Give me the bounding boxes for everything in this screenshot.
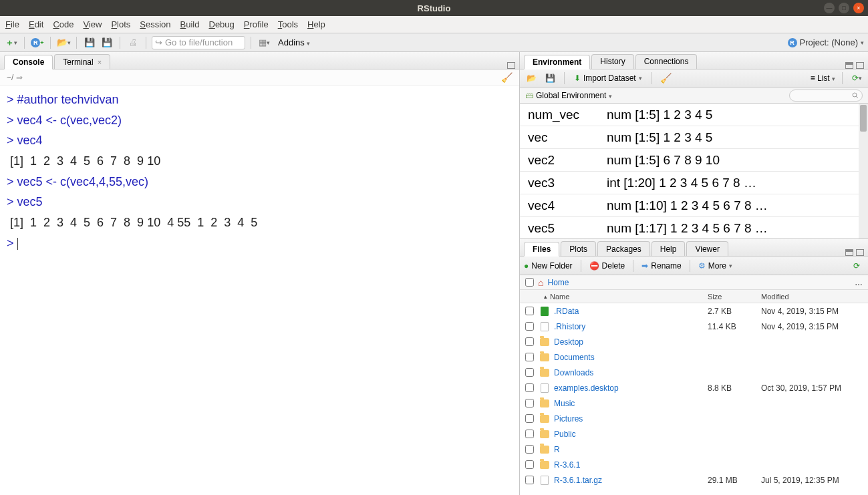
- env-var-row[interactable]: vec3int [1:20] 1 2 3 4 5 6 7 8 …: [520, 172, 868, 194]
- save-all-button[interactable]: 💾: [100, 35, 114, 50]
- env-var-row[interactable]: num_vecnum [1:5] 1 2 3 4 5: [520, 104, 868, 126]
- menu-build[interactable]: Build: [180, 19, 200, 29]
- file-checkbox[interactable]: [525, 307, 534, 315]
- new-file-button[interactable]: ＋▾: [4, 35, 19, 50]
- tab-environment[interactable]: Environment: [524, 55, 590, 69]
- menu-view[interactable]: View: [83, 19, 102, 29]
- file-name-link[interactable]: .RData: [539, 306, 708, 317]
- select-all-checkbox[interactable]: [525, 278, 534, 287]
- env-var-value: num [1:5] 1 2 3 4 5: [607, 108, 868, 122]
- column-modified[interactable]: Modified: [761, 293, 868, 301]
- tab-connections[interactable]: Connections: [635, 54, 698, 69]
- clear-environment-button[interactable]: 🧹: [659, 71, 674, 86]
- file-name-link[interactable]: R: [539, 444, 708, 455]
- rdata-icon: [541, 307, 549, 316]
- tab-console[interactable]: Console: [4, 55, 53, 69]
- folder-icon: [540, 338, 549, 346]
- save-button[interactable]: 💾: [82, 35, 97, 50]
- view-mode-button[interactable]: ≡ List ▾: [811, 73, 835, 83]
- environment-toolbar: 📂 💾 ⬇ Import Dataset ▾ 🧹 ≡ List ▾ ⟳▾: [520, 69, 868, 88]
- window-minimize-button[interactable]: —: [824, 3, 835, 13]
- save-workspace-button[interactable]: 💾: [543, 71, 557, 86]
- grid-button[interactable]: ▦▾: [257, 35, 271, 50]
- environment-search-input[interactable]: [789, 90, 863, 102]
- scope-selector[interactable]: Global Environment ▾: [536, 91, 612, 100]
- files-pane-minimize-icon[interactable]: [845, 249, 853, 256]
- file-name-link[interactable]: R-3.6.1.tar.gz: [539, 475, 708, 486]
- file-checkbox[interactable]: [525, 414, 534, 423]
- refresh-env-button[interactable]: ⟳▾: [849, 71, 864, 86]
- menu-code[interactable]: Code: [53, 19, 74, 29]
- env-scrollbar[interactable]: [859, 104, 868, 238]
- env-var-row[interactable]: vecnum [1:5] 1 2 3 4 5: [520, 126, 868, 149]
- tab-terminal[interactable]: Terminal×: [54, 54, 110, 69]
- close-tab-icon[interactable]: ×: [98, 58, 102, 66]
- env-var-row[interactable]: vec5num [1:17] 1 2 3 4 5 6 7 8 …: [520, 217, 868, 238]
- column-size[interactable]: Size: [708, 293, 761, 301]
- home-icon[interactable]: ⌂: [538, 277, 543, 288]
- window-close-button[interactable]: ×: [853, 3, 864, 13]
- file-name-link[interactable]: Public: [539, 429, 708, 440]
- rename-button[interactable]: ➡Rename: [641, 261, 681, 271]
- file-name-link[interactable]: Downloads: [539, 367, 708, 378]
- refresh-files-button[interactable]: ⟳: [849, 259, 864, 273]
- file-name-link[interactable]: .Rhistory: [539, 321, 708, 332]
- file-checkbox[interactable]: [525, 383, 534, 392]
- menu-tools[interactable]: Tools: [278, 19, 298, 29]
- env-var-row[interactable]: vec4num [1:10] 1 2 3 4 5 6 7 8 …: [520, 194, 868, 217]
- import-dataset-button[interactable]: ⬇ Import Dataset ▾: [571, 72, 645, 84]
- delete-button[interactable]: ⛔Delete: [589, 261, 625, 271]
- file-checkbox[interactable]: [525, 430, 534, 438]
- file-checkbox[interactable]: [525, 399, 534, 407]
- column-name[interactable]: ▴ Name: [540, 293, 708, 301]
- menu-profile[interactable]: Profile: [244, 19, 269, 29]
- file-checkbox[interactable]: [525, 460, 534, 469]
- file-checkbox[interactable]: [525, 353, 534, 361]
- env-var-name: vec3: [520, 176, 607, 190]
- more-path-button[interactable]: …: [855, 278, 863, 287]
- print-button[interactable]: 🖨: [126, 35, 140, 50]
- file-name-link[interactable]: Documents: [539, 352, 708, 363]
- file-checkbox[interactable]: [525, 322, 534, 331]
- load-workspace-button[interactable]: 📂: [524, 71, 539, 86]
- breadcrumb-home[interactable]: Home: [547, 278, 569, 287]
- file-name-link[interactable]: Music: [539, 398, 708, 409]
- console-output[interactable]: > #author techvidvan > vec4 <- c(vec,vec…: [0, 86, 519, 495]
- menu-edit[interactable]: Edit: [29, 19, 43, 29]
- file-checkbox[interactable]: [525, 368, 534, 377]
- file-size: 11.4 KB: [708, 322, 761, 331]
- more-button[interactable]: ⚙More ▾: [698, 261, 732, 271]
- tab-viewer[interactable]: Viewer: [686, 241, 728, 256]
- files-pane-maximize-icon[interactable]: [856, 249, 864, 256]
- env-var-row[interactable]: vec2num [1:5] 6 7 8 9 10: [520, 149, 868, 172]
- file-name-link[interactable]: R-3.6.1: [539, 460, 708, 470]
- tab-help[interactable]: Help: [652, 241, 686, 256]
- file-name-link[interactable]: Pictures: [539, 414, 708, 424]
- menu-help[interactable]: Help: [307, 19, 325, 29]
- new-folder-button[interactable]: ●New Folder: [524, 261, 573, 271]
- file-checkbox[interactable]: [525, 476, 534, 484]
- env-pane-maximize-icon[interactable]: [856, 62, 864, 69]
- env-pane-minimize-icon[interactable]: [845, 62, 853, 69]
- file-checkbox[interactable]: [525, 445, 534, 454]
- tab-files[interactable]: Files: [524, 242, 559, 257]
- env-var-value: num [1:17] 1 2 3 4 5 6 7 8 …: [607, 221, 868, 236]
- console-pane-maximize-icon[interactable]: [507, 62, 515, 69]
- clear-console-icon[interactable]: 🧹: [501, 72, 513, 83]
- tab-plots[interactable]: Plots: [561, 241, 596, 256]
- file-name-link[interactable]: Desktop: [539, 337, 708, 347]
- menu-file[interactable]: File: [5, 19, 19, 29]
- tab-packages[interactable]: Packages: [597, 241, 650, 256]
- project-selector[interactable]: R Project: (None) ▾: [788, 37, 864, 47]
- new-project-button[interactable]: R+: [30, 35, 45, 50]
- file-checkbox[interactable]: [525, 337, 534, 346]
- menu-plots[interactable]: Plots: [111, 19, 130, 29]
- file-name-link[interactable]: examples.desktop: [539, 383, 708, 393]
- open-file-button[interactable]: 📂▾: [56, 35, 71, 50]
- menu-session[interactable]: Session: [140, 19, 170, 29]
- tab-history[interactable]: History: [591, 54, 633, 69]
- go-to-file-input[interactable]: ↪ Go to file/function: [152, 36, 245, 49]
- window-maximize-button[interactable]: □: [839, 3, 849, 13]
- menu-debug[interactable]: Debug: [209, 19, 235, 29]
- addins-button[interactable]: Addins ▾: [274, 37, 314, 47]
